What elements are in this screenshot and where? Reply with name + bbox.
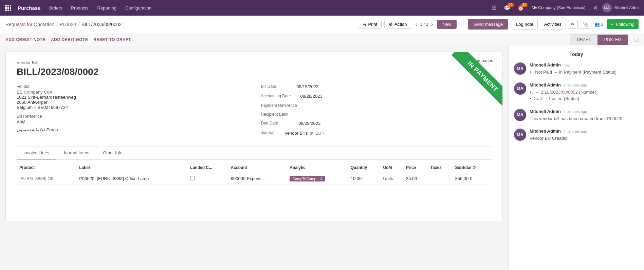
chat-icon[interactable]: 💬 12: [502, 3, 513, 13]
nav-orders[interactable]: Orders: [45, 4, 66, 12]
company-name: My Company (San Francisco): [529, 5, 588, 10]
col-product: Product: [17, 162, 76, 173]
vendor-address-2: 2660 Antwerpen: [17, 100, 247, 105]
bill-date-label: Bill Date: [261, 84, 276, 89]
col-taxes: Taxes: [428, 162, 453, 173]
status-draft[interactable]: DRAFT: [570, 34, 597, 45]
number-note: (Number): [579, 90, 598, 95]
row-price: 35.00: [403, 173, 428, 185]
row-product[interactable]: [FURN_8888] Offi: [17, 173, 76, 185]
breadcrumb-rfq[interactable]: Requests for Quotation: [5, 22, 54, 27]
journal-in: in: [310, 131, 313, 136]
print-button[interactable]: 🖨 Print: [358, 20, 382, 29]
vendor-label: Vendor: [17, 84, 247, 89]
following-button[interactable]: ✓ Following: [607, 19, 639, 29]
arrow-1: →: [553, 70, 559, 75]
row-subtotal: 350.00 €: [452, 173, 492, 185]
col-analytic: Analytic: [287, 162, 348, 173]
in-payment-link[interactable]: In Payment: [559, 70, 581, 75]
follower-count[interactable]: 👥 2: [593, 20, 605, 28]
app-grid-icon[interactable]: [3, 3, 13, 13]
chatter: Today MA Mitchell Admin now • Not Paid →…: [509, 46, 644, 154]
chatter-sidebar: Today MA Mitchell Admin now • Not Paid →…: [508, 46, 644, 270]
purchases-label: Purchases: [473, 58, 493, 63]
nav-configuration[interactable]: Configuration: [122, 4, 155, 12]
due-date-value: 08/28/2023: [298, 121, 320, 126]
chat-user-1: Mitchell Admin: [530, 62, 561, 68]
svg-rect-8: [10, 9, 11, 11]
chat-time-3: 4 minutes ago: [564, 110, 587, 114]
journal-currency[interactable]: EUR: [315, 131, 325, 136]
breadcrumb-po[interactable]: P00020: [60, 22, 76, 27]
vendor-address-1: 1021 Sint-Bernardsesteenweg: [17, 95, 247, 100]
pager-prev[interactable]: ‹: [414, 21, 418, 28]
purchases-count: 1: [464, 58, 470, 63]
pager-next[interactable]: ›: [430, 21, 434, 28]
svg-rect-4: [7, 7, 9, 9]
chatter-today: Today: [514, 52, 639, 57]
reset-to-draft-button[interactable]: RESET TO DRAFT: [93, 37, 131, 42]
chat-badge: 12: [508, 3, 514, 7]
chat-message-3: MA Mitchell Admin 4 minutes ago This ven…: [514, 109, 639, 122]
add-credit-note-button[interactable]: ADD CREDIT NOTE: [5, 37, 45, 42]
reload-icon[interactable]: ⟳: [473, 165, 476, 170]
attach-icon[interactable]: 📎: [580, 20, 591, 29]
posted-link[interactable]: Posted: [549, 96, 563, 101]
analytic-tag[interactable]: CampToCamp – A: [290, 176, 325, 181]
document-area: IN PAYMENT ✏ 1 Purchases Vendor Bill BIL…: [0, 46, 508, 270]
recipient-bank-label: Recipient Bank: [261, 112, 492, 117]
invoice-tabs: Invoice Lines Journal Items Other Info P…: [17, 147, 492, 185]
row-label: P00020: [FURN_8888] Office Lamp: [76, 173, 187, 185]
bill-number: BILL/2023/08/0002: [17, 66, 492, 77]
sub-header: Requests for Quotation / P00020 / BILL/2…: [0, 16, 644, 33]
app-name[interactable]: Purchase: [15, 4, 43, 12]
bill-reference-label: Bill Reference: [17, 114, 42, 119]
send-message-button[interactable]: Send message: [468, 19, 508, 30]
row-taxes: [428, 173, 453, 185]
avatar-1: MA: [514, 62, 526, 75]
payment-status-note: (Payment Status): [583, 70, 617, 75]
col-quantity: Quantity: [348, 162, 381, 173]
activities-button[interactable]: Activities: [540, 19, 566, 30]
new-button[interactable]: New: [437, 20, 457, 29]
accounting-date-value: 08/28/2023: [300, 94, 323, 99]
payment-reference-label: Payment Reference: [261, 103, 492, 108]
col-price: Price: [403, 162, 428, 173]
status-note: (Status): [564, 96, 579, 101]
tab-invoice-lines[interactable]: Invoice Lines: [17, 147, 56, 159]
avatar-2: MA: [514, 82, 526, 95]
chat-message-4: MA Mitchell Admin 4 minutes ago Vendor B…: [514, 129, 639, 142]
breadcrumb: Requests for Quotation / P00020 / BILL/2…: [5, 22, 354, 27]
nav-reporting[interactable]: Reporting: [94, 4, 120, 12]
status-bar: ADD CREDIT NOTE ADD DEBIT NOTE RESET TO …: [0, 33, 644, 46]
add-debit-note-button[interactable]: ADD DEBIT NOTE: [51, 37, 88, 42]
journal-value: Vendor Bills: [284, 131, 308, 136]
user-avatar[interactable]: MA: [602, 3, 612, 13]
log-note-button[interactable]: Log note: [512, 19, 538, 30]
journal-label: Journal: [261, 130, 274, 135]
avatar-3: MA: [514, 109, 526, 121]
chat-time-2: 2 minutes ago: [564, 83, 587, 87]
status-posted[interactable]: POSTED: [597, 34, 628, 45]
nav-products[interactable]: Products: [68, 4, 92, 12]
chat-user-2: Mitchell Admin: [530, 82, 561, 88]
not-paid-text: Not Paid: [535, 70, 552, 75]
settings-icon[interactable]: ✕: [591, 3, 600, 13]
tab-journal-items[interactable]: Journal Items: [56, 147, 96, 159]
tab-other-info[interactable]: Other Info: [96, 147, 129, 159]
p00020-link[interactable]: P00020: [607, 116, 622, 121]
bill-number-link[interactable]: BILL/2023/08/0002: [540, 90, 578, 95]
edit-icon[interactable]: ✏: [568, 20, 578, 29]
landed-checkbox[interactable]: [190, 176, 195, 180]
document-card: IN PAYMENT ✏ 1 Purchases Vendor Bill BIL…: [5, 52, 503, 221]
col-account: Account: [228, 162, 287, 173]
purchases-button[interactable]: ✏ 1 Purchases: [455, 56, 497, 65]
clock-icon[interactable]: ⏰ 42: [515, 3, 526, 13]
scroll-indicator: [634, 38, 639, 42]
chat-user-4: Mitchell Admin: [530, 129, 561, 134]
svg-rect-2: [10, 5, 11, 6]
vendor-name[interactable]: BE Company CoA: [17, 90, 247, 95]
monitor-icon[interactable]: 🖥: [489, 3, 499, 13]
action-button[interactable]: ⚙ Action: [384, 20, 411, 29]
svg-rect-7: [7, 9, 9, 11]
